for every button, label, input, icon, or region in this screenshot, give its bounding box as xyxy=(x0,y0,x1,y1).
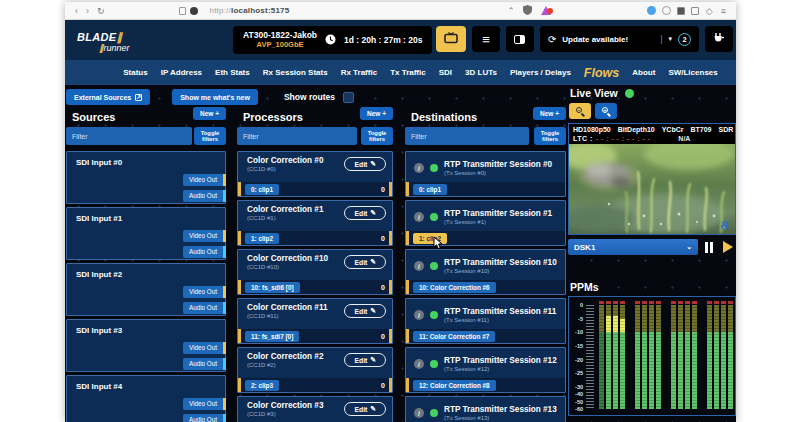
external-sources-button[interactable]: External Sources ↗ xyxy=(66,89,150,105)
audio-out-port[interactable]: Audio Out xyxy=(183,302,226,314)
extension-logo-icon[interactable] xyxy=(541,6,551,15)
edit-button[interactable]: Edit✎ xyxy=(344,255,386,269)
pause-button[interactable] xyxy=(701,239,717,255)
destinations-toggle-filters-button[interactable]: Toggle filters xyxy=(534,127,566,145)
nav-flows[interactable]: Flows xyxy=(584,66,619,80)
bladerunner-logo[interactable]: BLADE∥ ∥runner xyxy=(77,28,149,53)
source-card-sdi0[interactable]: SDI Input #0 Video Out Audio Out xyxy=(66,151,226,204)
extension-blue-icon[interactable] xyxy=(647,6,656,15)
nav-about[interactable]: About xyxy=(632,68,655,77)
input-chip[interactable]: 12: Color Correction #8 xyxy=(413,380,496,391)
extension-square-icon[interactable] xyxy=(691,7,699,15)
menu-list-button[interactable]: ≡ xyxy=(472,26,500,52)
nav-sw-licenses[interactable]: SW/Licenses xyxy=(668,68,717,77)
processor-card-cc2[interactable]: Color Correction #2 (CC1D #2) Edit✎ 2: c… xyxy=(237,347,393,393)
info-icon[interactable]: i xyxy=(414,212,424,222)
edit-button[interactable]: Edit✎ xyxy=(344,353,386,367)
input-chip[interactable]: 10: Color Correction #6 xyxy=(413,282,496,293)
reload-icon[interactable]: ↻ xyxy=(97,6,105,16)
edit-button[interactable]: Edit✎ xyxy=(344,206,386,220)
zoom-out-button[interactable]: - xyxy=(569,103,591,119)
site-info-icon[interactable] xyxy=(190,7,198,15)
info-icon[interactable]: i xyxy=(414,359,424,369)
show-routes-checkbox[interactable] xyxy=(343,92,354,103)
nav-rx-session-stats[interactable]: Rx Session Stats xyxy=(263,68,328,77)
destination-card-tx11[interactable]: i RTP Transmitter Session #11 (Tx Sessio… xyxy=(405,298,566,344)
input-chip[interactable]: 11: fs_sdi7 [0] xyxy=(245,331,299,342)
processor-card-cc10[interactable]: Color Correction #10 (CC1D #10) Edit✎ 10… xyxy=(237,249,393,295)
extension-square-dark-icon[interactable] xyxy=(677,7,685,15)
source-card-sdi4[interactable]: SDI Input #4 Video Out Audio Out xyxy=(66,375,226,422)
input-chip[interactable]: 0: clip1 xyxy=(245,184,279,195)
back-icon[interactable]: ‹ xyxy=(75,6,78,16)
chevron-down-icon[interactable]: ▾ xyxy=(668,35,672,43)
menu-icon[interactable]: ≡ xyxy=(721,6,726,16)
nav-tx-traffic[interactable]: Tx Traffic xyxy=(390,68,426,77)
video-out-port[interactable]: Video Out xyxy=(183,398,226,410)
info-icon[interactable]: i xyxy=(414,408,424,418)
extension-diamond-icon[interactable]: ◇ xyxy=(706,6,713,16)
sources-new-button[interactable]: New + xyxy=(193,107,226,120)
video-out-port[interactable]: Video Out xyxy=(183,230,226,242)
nav-3d-luts[interactable]: 3D LUTs xyxy=(465,68,497,77)
processor-card-cc11[interactable]: Color Correction #11 (CC1D #11) Edit✎ 11… xyxy=(237,298,393,344)
nav-eth-stats[interactable]: Eth Stats xyxy=(215,68,250,77)
destinations-new-button[interactable]: New + xyxy=(533,107,566,120)
zoom-in-button[interactable]: + xyxy=(595,103,617,119)
input-chip[interactable]: 0: clip1 xyxy=(413,184,447,195)
bookmark-icon[interactable] xyxy=(179,7,186,15)
nav-status[interactable]: Status xyxy=(123,68,147,77)
update-banner[interactable]: ⟳ Update available! | ▾ 2 xyxy=(540,26,699,52)
video-out-port[interactable]: Video Out xyxy=(183,174,226,186)
address-bar[interactable]: http://localhost:5175 xyxy=(210,6,290,15)
info-icon[interactable]: i xyxy=(414,310,424,320)
video-out-port[interactable]: Video Out xyxy=(183,286,226,298)
destination-card-tx13[interactable]: i RTP Transmitter Session #13 (Tx Sessio… xyxy=(405,396,566,422)
live-view-toggle-button[interactable] xyxy=(436,26,466,52)
video-out-port[interactable]: Video Out xyxy=(183,342,226,354)
input-chip[interactable]: 1: clip2 xyxy=(245,233,279,244)
source-card-sdi2[interactable]: SDI Input #2 Video Out Audio Out xyxy=(66,263,226,316)
processors-new-button[interactable]: New + xyxy=(360,107,393,120)
nav-sdi[interactable]: SDI xyxy=(439,68,452,77)
play-button[interactable] xyxy=(720,239,736,255)
sources-filter-input[interactable] xyxy=(66,127,192,145)
shield-icon[interactable] xyxy=(523,5,532,17)
input-chip[interactable]: 11: Color Correction #7 xyxy=(413,331,495,342)
destination-card-tx1[interactable]: i RTP Transmitter Session #1 (Tx Session… xyxy=(405,200,566,246)
destinations-filter-input[interactable] xyxy=(405,127,529,145)
destination-card-tx12[interactable]: i RTP Transmitter Session #12 (Tx Sessio… xyxy=(405,347,566,393)
processor-card-cc1[interactable]: Color Correction #1 (CC1D #1) Edit✎ 1: c… xyxy=(237,200,393,246)
power-connect-button[interactable] xyxy=(705,26,733,52)
processor-card-cc0[interactable]: Color Correction #0 (CC1D #0) Edit✎ 0: c… xyxy=(237,151,393,197)
nav-rx-traffic[interactable]: Rx Traffic xyxy=(341,68,377,77)
source-card-sdi3[interactable]: SDI Input #3 Video Out Audio Out xyxy=(66,319,226,372)
nav-ip-address[interactable]: IP Address xyxy=(161,68,202,77)
share-icon[interactable]: ⌃ xyxy=(507,6,515,16)
processor-card-cc3[interactable]: Color Correction #3 (CC1D #3) Edit✎ 3: c… xyxy=(237,396,393,422)
audio-out-port[interactable]: Audio Out xyxy=(183,414,226,422)
input-chip-highlighted[interactable]: 1: clip2 xyxy=(413,233,447,244)
input-chip[interactable]: 10: fs_sdi6 [0] xyxy=(245,282,300,293)
audio-out-port[interactable]: Audio Out xyxy=(183,190,226,202)
destination-card-tx0[interactable]: i RTP Transmitter Session #0 (Tx Session… xyxy=(405,151,566,197)
device-pill[interactable]: AT300-1822-Jakob AVP_100GbE 1d : 20h : 2… xyxy=(233,26,432,54)
audio-out-port[interactable]: Audio Out xyxy=(183,358,226,370)
side-panel-button[interactable] xyxy=(506,26,534,52)
audio-out-port[interactable]: Audio Out xyxy=(183,246,226,258)
video-frame[interactable]: a xyxy=(569,144,735,234)
source-card-sdi1[interactable]: SDI Input #1 Video Out Audio Out xyxy=(66,207,226,260)
info-icon[interactable]: i xyxy=(414,163,424,173)
sources-toggle-filters-button[interactable]: Toggle filters xyxy=(194,127,226,145)
info-icon[interactable]: i xyxy=(414,261,424,271)
dsk-select[interactable]: DSK1 ⌄ xyxy=(568,239,698,255)
processors-filter-input[interactable] xyxy=(237,127,357,145)
extension-circle-icon[interactable] xyxy=(662,6,671,15)
edit-button[interactable]: Edit✎ xyxy=(344,402,386,416)
whats-new-button[interactable]: Show me what's new xyxy=(172,89,258,105)
input-chip[interactable]: 2: clip3 xyxy=(245,380,279,391)
edit-button[interactable]: Edit✎ xyxy=(344,157,386,171)
processors-toggle-filters-button[interactable]: Toggle filters xyxy=(361,127,393,145)
destination-card-tx10[interactable]: i RTP Transmitter Session #10 (Tx Sessio… xyxy=(405,249,566,295)
edit-button[interactable]: Edit✎ xyxy=(344,304,386,318)
